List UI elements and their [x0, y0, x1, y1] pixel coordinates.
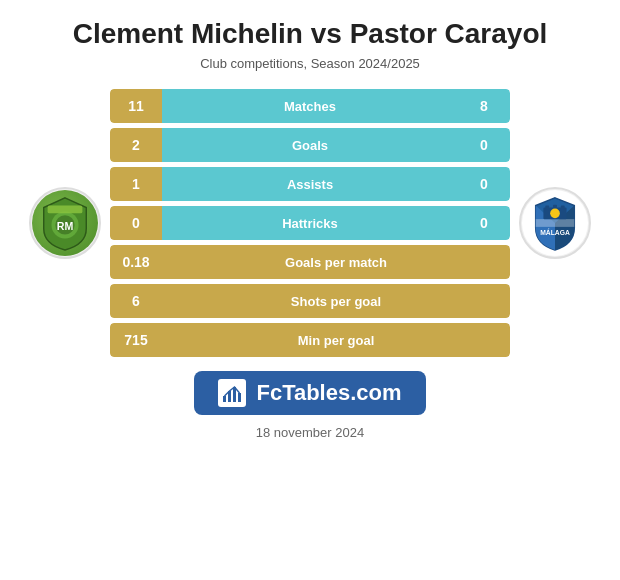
- brand-box: FcTables.com: [194, 371, 425, 415]
- right-logo-container: MÁLAGA: [510, 187, 600, 259]
- goals-per-match-left-value: 0.18: [110, 245, 162, 279]
- goals-left-value: 2: [110, 128, 162, 162]
- svg-rect-14: [238, 393, 241, 402]
- stat-row-assists: 1 Assists 0: [110, 167, 510, 201]
- page-container: Clement Michelin vs Pastor Carayol Club …: [0, 0, 620, 580]
- matches-left-value: 11: [110, 89, 162, 123]
- min-per-goal-left-value: 715: [110, 323, 162, 357]
- main-section: RM 11 Matches 8 2 Goals: [20, 89, 600, 357]
- hattricks-label: Hattricks: [162, 206, 458, 240]
- hattricks-left-value: 0: [110, 206, 162, 240]
- goals-right-value: 0: [458, 128, 510, 162]
- stat-row-hattricks: 0 Hattricks 0: [110, 206, 510, 240]
- stat-row-matches: 11 Matches 8: [110, 89, 510, 123]
- svg-rect-11: [223, 396, 226, 402]
- stat-row-shots-per-goal: 6 Shots per goal: [110, 284, 510, 318]
- left-team-logo: RM: [29, 187, 101, 259]
- shots-per-goal-label: Shots per goal: [162, 284, 510, 318]
- stat-row-goals: 2 Goals 0: [110, 128, 510, 162]
- goals-label: Goals: [162, 128, 458, 162]
- left-logo-container: RM: [20, 187, 110, 259]
- assists-left-value: 1: [110, 167, 162, 201]
- page-title: Clement Michelin vs Pastor Carayol: [73, 18, 548, 50]
- brand-icon: [218, 379, 246, 407]
- matches-right-value: 8: [458, 89, 510, 123]
- right-logo-inner: MÁLAGA: [522, 190, 588, 256]
- svg-rect-6: [545, 206, 549, 211]
- right-team-crest-icon: MÁLAGA: [526, 194, 584, 252]
- assists-label: Assists: [162, 167, 458, 201]
- svg-point-9: [550, 209, 560, 219]
- right-team-logo: MÁLAGA: [519, 187, 591, 259]
- stat-row-goals-per-match: 0.18 Goals per match: [110, 245, 510, 279]
- svg-rect-4: [536, 219, 575, 227]
- min-per-goal-label: Min per goal: [162, 323, 510, 357]
- fctables-icon: [221, 382, 243, 404]
- left-logo-inner: RM: [32, 190, 98, 256]
- stat-row-min-per-goal: 715 Min per goal: [110, 323, 510, 357]
- left-team-crest-icon: RM: [36, 194, 94, 252]
- svg-rect-8: [561, 206, 565, 211]
- matches-label: Matches: [162, 89, 458, 123]
- svg-text:RM: RM: [57, 220, 74, 232]
- shots-per-goal-left-value: 6: [110, 284, 162, 318]
- subtitle: Club competitions, Season 2024/2025: [200, 56, 420, 71]
- goals-per-match-label: Goals per match: [162, 245, 510, 279]
- assists-right-value: 0: [458, 167, 510, 201]
- svg-rect-3: [48, 206, 83, 214]
- brand-label: FcTables.com: [256, 380, 401, 406]
- stats-section: 11 Matches 8 2 Goals 0 1 Assists: [110, 89, 510, 357]
- hattricks-right-value: 0: [458, 206, 510, 240]
- svg-text:MÁLAGA: MÁLAGA: [540, 228, 570, 236]
- date-label: 18 november 2024: [256, 425, 364, 440]
